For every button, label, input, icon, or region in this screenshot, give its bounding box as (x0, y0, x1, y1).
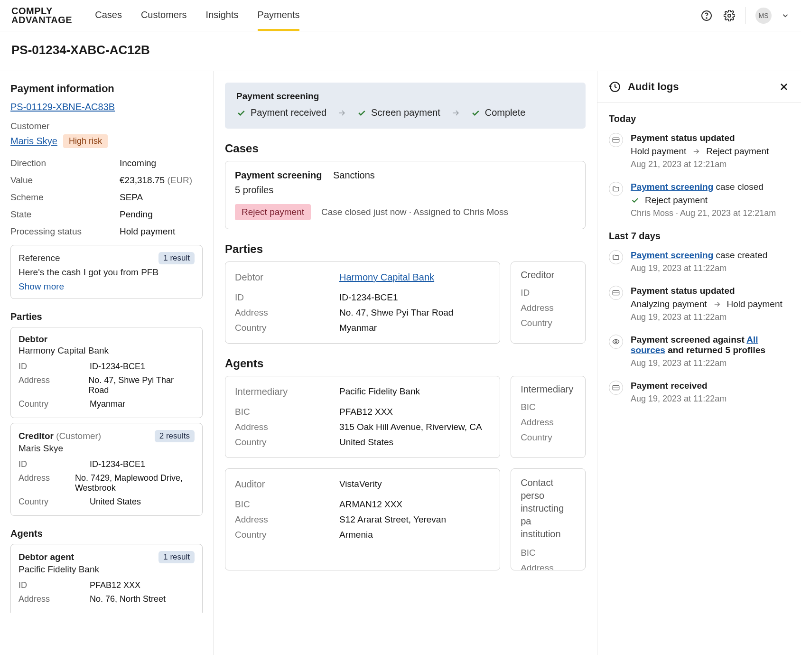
debtor-name-link[interactable]: Harmony Capital Bank (339, 272, 434, 288)
history-icon (609, 81, 621, 93)
audit-to: Hold payment (727, 299, 782, 309)
payment-ref-link[interactable]: PS-01129-XBNE-AC83B (10, 102, 203, 112)
agent-aud-country-v: Armenia (339, 530, 373, 540)
reference-result-pill: 1 result (158, 252, 195, 264)
creditor-role: Creditor (521, 270, 576, 280)
lpc-addr-k: Address (19, 473, 75, 493)
left-agent-debtor[interactable]: Debtor agent 1 result Pacific Fidelity B… (10, 544, 203, 613)
agent-aud-name: VistaVerity (339, 479, 382, 495)
tab-customers[interactable]: Customers (141, 0, 187, 31)
svg-rect-6 (613, 385, 619, 390)
arrow-right-icon (713, 300, 721, 308)
audit-title: Payment received (631, 381, 726, 391)
left-party-debtor-role: Debtor (19, 334, 47, 345)
avatar[interactable]: MS (755, 8, 772, 24)
step-complete-label: Complete (485, 107, 526, 118)
close-icon[interactable] (778, 81, 790, 93)
page-title: PS-01234-XABC-AC12B (11, 43, 790, 57)
left-agent-pill: 1 result (158, 551, 195, 563)
card-icon (609, 286, 623, 300)
lpc-id-v: ID-1234-BCE1 (90, 459, 145, 469)
case-card[interactable]: Payment screening Sanctions 5 profiles R… (225, 161, 586, 229)
screening-banner: Payment screening Payment received Scree… (225, 83, 586, 129)
check-icon (357, 108, 366, 118)
reference-card: Reference 1 result Here's the cash I got… (10, 245, 203, 299)
agent-int-addr-k: Address (235, 422, 339, 432)
party-creditor-card[interactable]: Creditor ID Address Country (511, 261, 586, 344)
agent-intermediary-card[interactable]: IntermediaryPacific Fidelity Bank BICPFA… (225, 376, 500, 458)
arrow-right-icon (451, 108, 460, 118)
debtor-addr-v: No. 47, Shwe Pyi Thar Road (339, 308, 453, 318)
customer-name-link[interactable]: Maris Skye (10, 136, 57, 147)
audit-item: Payment status updated Hold payment Reje… (609, 133, 790, 169)
audit-ts: Aug 19, 2023 at 11:22am (631, 358, 790, 368)
payment-info-heading: Payment information (10, 83, 203, 95)
debtor-id-v: ID-1234-BCE1 (339, 292, 398, 303)
pi-k-procstatus: Processing status (10, 226, 120, 237)
audit-from: Hold payment (631, 146, 686, 157)
agent-aud-bic-k: BIC (235, 499, 339, 510)
audit-ts: Aug 19, 2023 at 11:22am (631, 263, 767, 273)
audit-from: Analyzing payment (631, 299, 707, 309)
creditor-id-k: ID (521, 285, 576, 300)
audit-rest: case created (716, 250, 768, 260)
folder-icon (609, 250, 623, 264)
svg-rect-3 (613, 138, 619, 142)
agent-contact-addr: Address (521, 560, 576, 570)
agents-heading: Agents (225, 357, 586, 370)
arrow-right-icon (337, 108, 346, 118)
help-icon[interactable] (700, 9, 713, 22)
party-debtor-card[interactable]: DebtorHarmony Capital Bank IDID-1234-BCE… (225, 261, 500, 344)
tab-payments[interactable]: Payments (258, 0, 300, 31)
audit-rest: case closed (716, 182, 764, 192)
pi-k-value: Value (10, 175, 120, 186)
audit-ts: Aug 19, 2023 at 11:22am (631, 394, 726, 404)
debtor-id-k: ID (235, 292, 339, 303)
agent-int2-bic: BIC (521, 400, 576, 415)
lpc-addr-v: No. 7429, Maplewood Drive, Westbrook (75, 473, 195, 493)
la-id-k: ID (19, 580, 90, 590)
agent-intermediary-card-2[interactable]: Intermediary BIC Address Country (511, 376, 586, 458)
middle-panel: Payment screening Payment received Scree… (214, 71, 597, 655)
agent-int-bic-k: BIC (235, 407, 339, 417)
agent-int2-country: Country (521, 430, 576, 445)
agent-auditor-card[interactable]: AuditorVistaVerity BICARMAN12 XXX Addres… (225, 468, 500, 570)
tab-cases[interactable]: Cases (95, 0, 122, 31)
creditor-addr-k: Address (521, 300, 576, 316)
lpd-id-k: ID (19, 362, 90, 372)
step-received: Payment received (236, 107, 326, 118)
lpd-addr-v: No. 47, Shwe Pyi Thar Road (88, 375, 195, 395)
check-icon (236, 108, 246, 118)
left-party-debtor[interactable]: Debtor Harmony Capital Bank IDID-1234-BC… (10, 327, 203, 418)
left-panel: Payment information PS-01129-XBNE-AC83B … (0, 71, 214, 655)
svg-rect-4 (613, 290, 619, 295)
tab-insights[interactable]: Insights (206, 0, 239, 31)
debtor-country-v: Myanmar (339, 323, 377, 333)
agent-contact-card[interactable]: Contact perso instructing pa institution… (511, 468, 586, 570)
brand-logo: COMPLY ADVANTAGE (11, 7, 72, 25)
audit-link[interactable]: Payment screening (631, 250, 713, 260)
agent-aud-role: Auditor (235, 479, 339, 490)
left-party-creditor-name: Maris Skye (19, 443, 195, 454)
case-title: Payment screening (235, 170, 322, 180)
chevron-down-icon[interactable] (781, 11, 790, 20)
audit-link[interactable]: Payment screening (631, 182, 713, 192)
audit-item: Payment received Aug 19, 2023 at 11:22am (609, 381, 790, 404)
svg-point-5 (615, 341, 617, 343)
pi-v-procstatus: Hold payment (120, 226, 175, 237)
svg-point-1 (706, 18, 707, 19)
left-party-creditor[interactable]: Creditor (Customer) 2 results Maris Skye… (10, 423, 203, 516)
agent-int2-role: Intermediary (521, 384, 576, 395)
folder-icon (609, 182, 623, 196)
debtor-country-k: Country (235, 323, 339, 333)
check-icon (471, 108, 480, 118)
pi-k-direction: Direction (10, 158, 120, 168)
lpd-id-v: ID-1234-BCE1 (90, 362, 145, 372)
la-addr-v: No. 76, North Street (90, 594, 166, 604)
pi-v-value: €23,318.75 (EUR) (120, 175, 192, 186)
show-more-link[interactable]: Show more (19, 281, 195, 292)
layout: Payment information PS-01129-XBNE-AC83B … (0, 71, 801, 655)
audit-ts: Aug 19, 2023 at 11:22am (631, 312, 782, 322)
parties-heading: Parties (225, 243, 586, 256)
gear-icon[interactable] (723, 9, 736, 22)
